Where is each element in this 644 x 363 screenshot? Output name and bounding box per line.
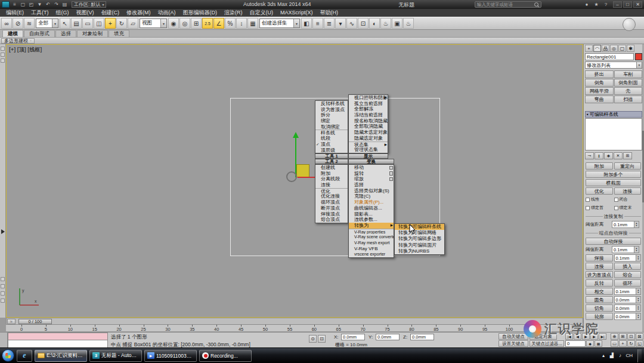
rollout-button[interactable]: 插入 — [614, 263, 642, 270]
taskbar-media-window[interactable]: ▶1105091100317... — [144, 350, 197, 362]
menu-item[interactable]: 断开顶点 — [315, 205, 348, 211]
render-production-icon[interactable]: ♨ — [403, 18, 414, 29]
maximize-button[interactable]: □ — [623, 1, 632, 8]
chevron-down-icon[interactable] — [293, 19, 299, 27]
viewport-label[interactable]: [+] [顶] [线框] — [9, 46, 42, 54]
menubar-item[interactable]: 修改器(M) — [123, 9, 154, 17]
ribbon-tab[interactable]: 建模 — [2, 30, 23, 37]
taskbar-3dsmax-window[interactable]: 3无标题 - Autode... — [89, 350, 142, 362]
menu-item[interactable]: 循环顶点 — [315, 199, 348, 205]
ribbon-tab[interactable]: 填充 — [109, 30, 129, 37]
time-slider[interactable]: ≈ 0 / 100 — [6, 318, 583, 325]
select-and-manipulate-icon[interactable]: ◎ — [179, 18, 190, 29]
menu-item[interactable]: 优化连接 — [315, 193, 348, 199]
modify-tab-icon[interactable]: ◠ — [593, 45, 601, 52]
taskbar-recording-window[interactable]: Recording... — [199, 350, 252, 362]
rollout-checkbox[interactable]: 闭合 — [614, 196, 642, 203]
menu-item[interactable]: 焊接顶点 — [315, 211, 348, 217]
show-desktop-button[interactable] — [637, 349, 642, 362]
ribbon-toggle-icon[interactable]: ▾ — [335, 18, 346, 29]
menubar-item[interactable]: 编辑(E) — [2, 9, 27, 17]
menu-item[interactable]: 顶层级 — [315, 147, 348, 153]
menu-item[interactable]: 绑定 — [315, 118, 348, 124]
utilities-tab-icon[interactable]: ✱ — [627, 45, 634, 52]
chevron-down-icon[interactable] — [160, 19, 166, 27]
menu-item[interactable]: 隐藏选定对象 — [349, 136, 388, 141]
menubar-item[interactable]: MAXScript(X) — [277, 9, 317, 17]
viewport-tab-button[interactable] — [1, 277, 5, 281]
spinner-arrows-icon[interactable]: ▴▾ — [636, 305, 640, 311]
pin-stack-icon[interactable]: ⊸ — [585, 152, 594, 159]
menu-item[interactable]: V-Ray scene converter — [349, 234, 394, 240]
make-unique-icon[interactable]: ◈ — [604, 152, 613, 159]
menu-item[interactable]: 隐藏未选定对象 — [349, 130, 388, 136]
ribbon-tab[interactable]: 对象绘制 — [77, 30, 108, 37]
quad-header-transform[interactable]: 变换 — [348, 159, 394, 164]
mini-listener-macro-line[interactable] — [8, 333, 108, 340]
display-tab-icon[interactable]: ▢ — [618, 45, 626, 52]
menu-item[interactable]: 分离线段 — [315, 176, 348, 182]
select-by-name-icon[interactable]: ▤ — [71, 18, 82, 29]
zoom-region-icon[interactable]: ▭ — [611, 340, 618, 347]
spinner-arrows-icon[interactable]: ▴▾ — [636, 297, 640, 303]
menu-item[interactable]: 熔合顶点 — [315, 217, 348, 223]
menu-item[interactable]: 管理状态集 — [349, 147, 388, 153]
select-and-move-icon[interactable]: + — [105, 18, 116, 29]
modifier-button[interactable]: 挤出 — [585, 70, 614, 78]
menu-item[interactable]: 对象属性(P)... — [349, 199, 394, 205]
taskbar-folder-window[interactable]: E:\2-汇识资料1-3... — [35, 350, 87, 362]
taskbar-ie-button[interactable]: e — [17, 350, 32, 362]
transform-settings-icon[interactable] — [389, 177, 394, 182]
rollout-button[interactable]: 横截面 — [586, 179, 641, 186]
rectangular-selection-icon[interactable]: ▭ — [82, 18, 93, 29]
application-menu-icon[interactable]: ≡ — [11, 1, 18, 8]
angle-snap-icon[interactable]: ∠ — [213, 18, 224, 29]
x-coordinate-field[interactable]: 0.0mm — [341, 334, 365, 340]
strip-button[interactable] — [1, 53, 5, 57]
menu-item[interactable]: 优化 — [315, 188, 348, 194]
align-icon[interactable]: ≡ — [312, 18, 323, 29]
rollout-button[interactable]: 重定向 — [614, 162, 642, 170]
menu-item[interactable]: 拆分 — [315, 112, 348, 118]
modifier-button[interactable]: 扫描 — [614, 96, 643, 103]
unlink-selection-icon[interactable]: ⊘ — [13, 18, 23, 29]
strip-play-icon[interactable] — [1, 229, 5, 234]
material-editor-icon[interactable]: ◐ — [369, 18, 380, 29]
menu-item[interactable]: 转换为可编辑多边形 — [395, 236, 444, 242]
strip-button[interactable] — [1, 59, 5, 63]
menu-item[interactable]: 取消绑定 — [315, 124, 348, 130]
rollout-button[interactable]: 连接 — [586, 263, 613, 270]
selection-filter-dropdown[interactable]: 全部 — [36, 19, 58, 28]
track-bar[interactable]: 0510152025303540455055606570758085909510… — [6, 325, 583, 332]
schematic-view-icon[interactable]: ⊡ — [358, 18, 369, 29]
rollout-button[interactable]: 切角 — [586, 304, 613, 312]
viewport-tab-button[interactable] — [1, 291, 5, 296]
z-coordinate-field[interactable]: 0.0mm — [410, 334, 434, 340]
menu-item[interactable]: 按名称取消隐藏 — [349, 118, 388, 124]
menubar-item[interactable]: 创建(C) — [98, 9, 123, 17]
bind-to-space-warp-icon[interactable]: ≋ — [24, 18, 35, 29]
current-frame-field[interactable]: 0 — [565, 340, 586, 347]
menu-item[interactable]: 全部解冻 — [349, 106, 388, 112]
transform-settings-icon[interactable] — [389, 166, 394, 170]
polygon-modeling-button[interactable]: 多边形建模 — [1, 38, 35, 44]
menu-item[interactable]: 附加 — [315, 171, 348, 177]
menu-item[interactable]: 创建线 — [315, 165, 348, 171]
rollout-button[interactable]: 附加 — [586, 162, 613, 170]
rendered-frame-icon[interactable]: ▣ — [392, 18, 402, 29]
rollout-button[interactable]: 轮廓 — [586, 313, 613, 320]
chevron-down-icon[interactable] — [52, 19, 58, 27]
key-mode-toggle-icon[interactable]: ◆ — [586, 340, 594, 347]
mini-listener-tab[interactable] — [0, 333, 8, 348]
minimize-button[interactable]: – — [613, 1, 622, 8]
modifier-button[interactable]: 弯曲 — [585, 96, 614, 103]
favorites-icon[interactable]: ★ — [593, 1, 600, 8]
tray-volume-icon[interactable]: ♪ — [617, 353, 623, 358]
save-file-icon[interactable]: ▼ — [36, 1, 44, 8]
spinner-snap-icon[interactable]: ↕ — [236, 18, 247, 29]
ribbon-tab[interactable]: 选择 — [55, 30, 76, 37]
go-to-end-icon[interactable]: ▶| — [599, 333, 606, 340]
menubar-item[interactable]: 渲染(R) — [221, 9, 246, 17]
rollout-checkbox[interactable]: 绑定首 — [586, 204, 613, 211]
y-coordinate-field[interactable]: 0.0mm — [376, 334, 400, 340]
